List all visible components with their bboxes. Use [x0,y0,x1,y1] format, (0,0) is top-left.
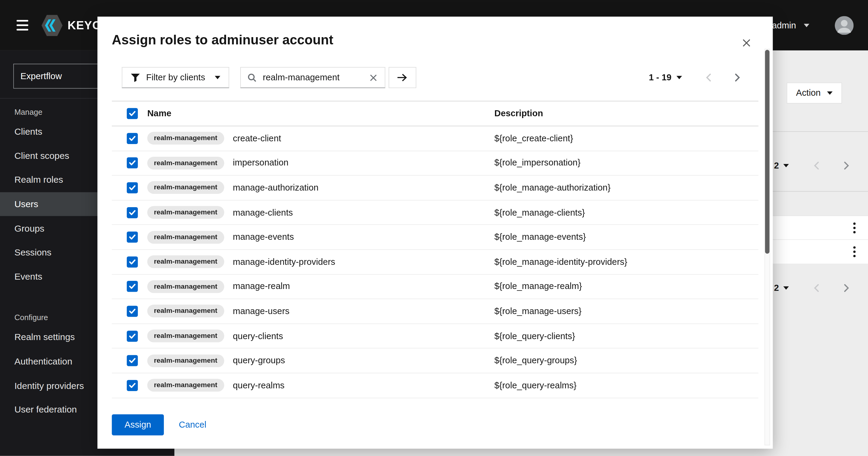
row-checkbox[interactable] [127,182,138,193]
clear-search-button[interactable] [369,73,378,82]
chevron-right-icon [843,161,850,170]
role-name: query-realms [233,380,285,391]
row-checkbox[interactable] [127,133,138,144]
role-name: impersonation [233,158,288,168]
next-page-button[interactable] [842,284,851,292]
row-kebab-menu-button[interactable] [849,219,859,237]
nav-toggle-button[interactable] [14,18,30,33]
row-checkbox[interactable] [127,158,138,169]
check-icon [129,309,135,314]
row-checkbox[interactable] [127,232,138,243]
role-name-cell: realm-management create-client [147,132,494,145]
table-row: realm-management impersonation ${role_im… [112,151,758,176]
modal-close-button[interactable] [740,36,753,49]
modal-footer: Assign Cancel [112,414,207,435]
modal-pagination: 1 - 19 [649,73,742,82]
previous-page-button[interactable] [812,161,821,170]
chevron-down-icon [804,24,809,27]
check-icon [129,185,135,191]
table-row: realm-management manage-clients ${role_m… [112,201,758,225]
row-checkbox-cell [112,158,147,169]
role-description: ${role_query-realms} [494,380,758,391]
pagination-range-dropdown[interactable]: 1 - 19 [649,73,672,82]
table-row: realm-management create-client ${role_cr… [112,126,758,151]
table-row: realm-management manage-events ${role_ma… [112,225,758,250]
chevron-down-icon [215,76,220,79]
previous-page-button[interactable] [704,73,713,82]
check-icon [129,382,135,388]
check-icon [129,259,135,264]
avatar[interactable] [835,16,854,34]
table-row: realm-management query-clients ${role_qu… [112,324,758,349]
role-name: manage-identity-providers [233,257,335,267]
table-row: realm-management query-groups ${role_que… [112,348,758,373]
row-checkbox[interactable] [127,355,138,366]
role-description: ${role_manage-clients} [494,207,758,218]
row-checkbox[interactable] [127,207,138,218]
check-icon [129,234,135,240]
chevron-left-icon [705,73,712,82]
role-description: ${role_manage-users} [494,306,758,316]
check-icon [129,333,135,339]
row-checkbox[interactable] [127,281,138,292]
role-name: manage-clients [233,207,293,218]
user-menu-label[interactable]: admin [772,20,796,30]
assign-button[interactable]: Assign [112,414,164,435]
role-description: ${role_query-groups} [494,356,758,366]
modal-scrollbar-thumb[interactable] [765,50,770,254]
filter-type-dropdown[interactable]: Filter by clients [122,67,229,88]
row-checkbox[interactable] [127,380,138,391]
role-name: manage-users [233,306,290,316]
next-page-button[interactable] [842,161,851,170]
role-client-badge: realm-management [147,354,224,367]
hamburger-icon [17,20,28,22]
role-description: ${role_manage-identity-providers} [494,257,758,267]
hamburger-icon [17,29,28,30]
clear-icon [370,74,377,81]
role-client-badge: realm-management [147,157,224,169]
role-client-badge: realm-management [147,255,224,268]
role-client-badge: realm-management [147,132,224,145]
roles-table: Name Description realm-management create… [112,101,758,398]
assign-roles-modal: Assign roles to adminuser account Filter… [97,17,773,449]
kebab-icon [853,222,856,234]
role-name: manage-events [233,232,294,242]
role-client-badge: realm-management [147,280,224,293]
action-dropdown-label: Action [796,88,821,98]
modal-toolbar: Filter by clients 1 - 19 [122,66,742,88]
select-all-checkbox[interactable] [127,108,138,119]
chevron-down-icon [783,164,788,167]
keycloak-admin-console: KEYCLOAK admin Expertflow Manage Clients… [0,0,868,456]
header-user-area: admin [772,0,854,51]
role-name-cell: realm-management query-groups [147,354,494,367]
cancel-button[interactable]: Cancel [179,420,207,430]
role-description: ${role_impersonation} [494,158,758,168]
row-checkbox[interactable] [127,256,138,267]
role-description: ${role_create-client} [494,134,758,143]
chevron-down-icon [783,286,788,290]
row-checkbox-cell [112,182,147,193]
table-row: realm-management manage-identity-provide… [112,250,758,275]
check-icon [129,111,135,116]
action-dropdown-button[interactable]: Action [786,82,842,104]
previous-page-button[interactable] [812,284,821,292]
role-name-cell: realm-management manage-clients [147,206,494,219]
role-name-cell: realm-management manage-events [147,231,494,244]
search-group [240,67,416,88]
search-input[interactable] [262,72,363,83]
hamburger-icon [17,25,28,26]
role-name: query-groups [233,356,285,366]
row-checkbox[interactable] [127,331,138,342]
role-name-cell: realm-management query-clients [147,330,494,342]
search-submit-button[interactable] [389,67,416,88]
row-kebab-menu-button[interactable] [849,243,859,261]
row-checkbox-cell [112,133,147,144]
next-page-button[interactable] [733,73,742,82]
role-name-cell: realm-management manage-authorization [147,181,494,194]
check-icon [129,160,135,166]
row-checkbox[interactable] [127,306,138,317]
modal-scrollbar-track[interactable] [765,49,770,445]
row-checkbox-cell [112,380,147,391]
table-row: realm-management manage-realm ${role_man… [112,275,758,299]
role-name: create-client [233,134,281,143]
